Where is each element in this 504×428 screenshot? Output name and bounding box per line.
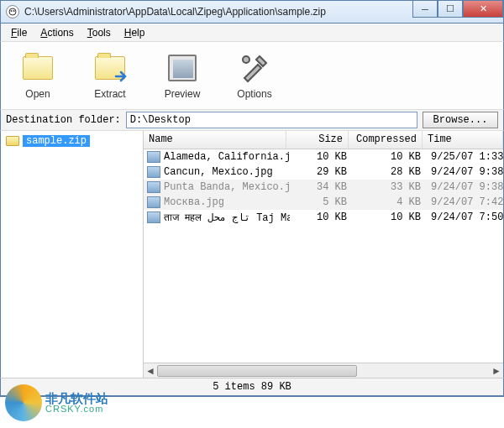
col-compressed[interactable]: Compressed [349,131,423,149]
folder-extract-icon [93,51,127,85]
file-compressed: 33 KB [352,181,426,193]
file-time: 9/24/07 9:38 PM [426,181,503,193]
list-item[interactable]: Москва.jpg5 KB4 KB9/24/07 7:42 PM [144,195,503,210]
extract-label: Extract [94,88,125,100]
watermark-en: CRSKY.com [45,405,108,414]
extract-button[interactable]: Extract [85,51,135,100]
column-headers: Name Size Compressed Time [144,131,503,149]
window-title: C:\Users\Administrator\AppData\Local\Zip… [24,6,326,18]
preview-icon [165,51,199,85]
tree-root[interactable]: sample.zip [4,134,139,148]
file-time: 9/24/07 7:42 PM [426,196,503,208]
tree-root-label: sample.zip [23,135,90,147]
file-name: ताज महल تاج محل Taj Mahal.jpg [164,211,290,224]
menu-help[interactable]: Help [118,25,152,40]
options-button[interactable]: Options [229,51,280,100]
watermark-cn: 非凡软件站 [45,392,108,405]
maximize-button[interactable]: ☐ [438,1,463,18]
scroll-left-icon[interactable]: ◄ [144,364,157,378]
file-thumb-icon [147,181,160,193]
col-size[interactable]: Size [286,131,349,149]
file-thumb-icon [147,211,160,223]
svg-point-1 [11,10,13,12]
col-name[interactable]: Name [144,131,286,149]
file-list: Name Size Compressed Time Alameda, Calif… [144,131,503,378]
destination-label: Destination folder: [6,114,121,126]
menu-tools[interactable]: Tools [81,25,118,40]
status-text: 5 items 89 KB [213,381,291,393]
file-thumb-icon [147,196,160,208]
file-name: Alameda, California.jpg [164,151,290,163]
options-label: Options [237,88,271,100]
tree-pane[interactable]: sample.zip [1,131,144,378]
preview-label: Preview [165,88,201,100]
file-size: 10 KB [290,151,352,163]
main-area: sample.zip Name Size Compressed Time Ala… [0,131,504,378]
file-name: Cancun, Mexico.jpg [164,166,290,178]
destination-input[interactable] [126,112,417,128]
file-size: 34 KB [290,181,352,193]
zip-icon [6,136,19,146]
svg-point-2 [13,10,15,12]
file-name: Москва.jpg [164,196,290,208]
minimize-button[interactable]: ─ [412,1,438,18]
list-item[interactable]: ताज महल تاج محل Taj Mahal.jpg10 KB10 KB9… [144,210,503,225]
menubar: File Actions Tools Help [0,23,504,42]
watermark: 非凡软件站 CRSKY.com [5,384,108,421]
file-size: 29 KB [290,166,352,178]
file-compressed: 10 KB [352,151,426,163]
titlebar[interactable]: C:\Users\Administrator\AppData\Local\Zip… [0,0,504,23]
file-compressed: 28 KB [352,166,426,178]
app-icon [6,5,19,18]
file-size: 5 KB [290,196,352,208]
file-thumb-icon [147,166,160,178]
tools-icon [238,51,271,85]
file-rows[interactable]: Alameda, California.jpg10 KB10 KB9/25/07… [144,149,503,363]
scroll-track[interactable] [157,364,490,378]
list-item[interactable]: Alameda, California.jpg10 KB10 KB9/25/07… [144,149,503,164]
destination-row: Destination folder: Browse... [0,109,504,131]
file-compressed: 4 KB [352,196,426,208]
file-time: 9/24/07 9:38 PM [426,166,503,178]
menu-file[interactable]: File [4,25,34,40]
h-scrollbar[interactable]: ◄ ► [144,363,503,378]
file-time: 9/25/07 1:33 AM [426,151,503,163]
watermark-logo-icon [5,384,42,421]
close-button[interactable]: ✕ [463,1,503,18]
file-name: Punta Banda, Mexico.jpg [164,181,290,193]
open-button[interactable]: Open [13,51,63,100]
folder-open-icon [21,51,55,85]
svg-point-0 [9,8,16,15]
col-time[interactable]: Time [423,131,503,149]
scroll-thumb[interactable] [157,365,357,377]
menu-actions[interactable]: Actions [34,25,80,40]
scroll-right-icon[interactable]: ► [490,364,503,378]
toolbar: Open Extract Preview Options [0,42,504,109]
svg-point-3 [243,56,249,63]
file-size: 10 KB [290,211,352,223]
preview-button[interactable]: Preview [157,51,207,100]
list-item[interactable]: Cancun, Mexico.jpg29 KB28 KB9/24/07 9:38… [144,164,503,180]
open-label: Open [25,88,50,100]
file-thumb-icon [147,151,160,163]
browse-button[interactable]: Browse... [423,112,498,128]
file-time: 9/24/07 7:50 PM [426,211,503,223]
file-compressed: 10 KB [352,211,426,223]
list-item[interactable]: Punta Banda, Mexico.jpg34 KB33 KB9/24/07… [144,180,503,195]
